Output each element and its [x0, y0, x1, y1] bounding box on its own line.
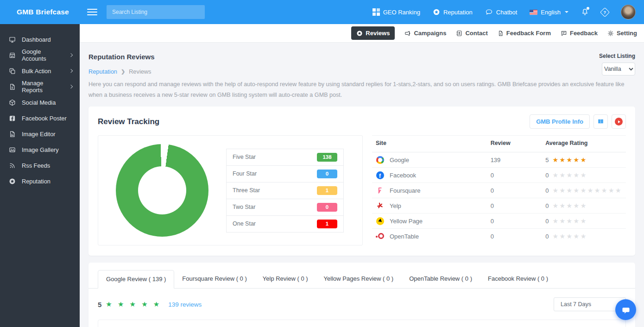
sidebar-item-facebook-poster[interactable]: Facebook Poster: [0, 110, 80, 126]
chevron-right-icon: ❯: [121, 69, 125, 75]
nav-chatbot[interactable]: Chatbot: [485, 8, 518, 16]
reviews-card: Google Review ( 139 ) Foursquare Review …: [88, 263, 635, 327]
overall-stars: ★ ★ ★ ★ ★: [106, 300, 161, 308]
tab-yellow-pages-review[interactable]: Yellow Pages Review ( 0 ): [316, 270, 402, 288]
table-row-yellow-page: Yellow Page 0 0★★★★★: [372, 214, 626, 229]
chevron-right-icon: [69, 53, 73, 57]
tab-feedback[interactable]: Feedback: [561, 30, 598, 37]
contact-book-icon: [456, 30, 462, 37]
legend-row-three-star: Three Star 1: [226, 182, 344, 199]
opentable-icon: [376, 232, 384, 240]
user-avatar[interactable]: [621, 5, 636, 19]
overall-rating: 5: [98, 301, 101, 308]
tab-feedback-form[interactable]: Feedback Form: [498, 30, 551, 37]
table-row-yelp: Yelp 0 0★★★★★: [372, 198, 626, 214]
star-rating: ★★★★★: [552, 171, 587, 179]
sidebar-item-google-accounts[interactable]: Google Accounts: [0, 47, 80, 63]
select-listing-label: Select Listing: [599, 53, 635, 59]
count-badge: 1: [317, 186, 337, 195]
table-row-foursquare: Foursquare 0 0★★★★★★★★★★: [372, 183, 626, 198]
nav-geo-ranking[interactable]: GEO Ranking: [373, 8, 420, 16]
tab-facebook-review[interactable]: Facebook Review ( 0 ): [480, 270, 556, 288]
count-badge: 1: [317, 220, 337, 228]
sidebar-item-bulk-action[interactable]: Bulk Action: [0, 63, 80, 79]
legend-row-four-star: Four Star 0: [226, 165, 344, 182]
document-icon: [498, 30, 504, 37]
tab-campaigns[interactable]: Campaigns: [404, 30, 446, 37]
star-rating: ★★★★★: [552, 217, 587, 225]
table-row-opentable: OpenTable 0 0★★★★★: [372, 229, 626, 244]
us-flag-icon: [530, 10, 537, 15]
hamburger-menu-icon[interactable]: [87, 7, 97, 17]
notifications-bell-icon[interactable]: [581, 8, 589, 16]
play-icon: [615, 118, 623, 126]
review-source-tabs: Google Review ( 139 ) Foursquare Review …: [88, 263, 635, 289]
gmb-profile-info-button[interactable]: GMB Profile Info: [530, 114, 590, 129]
breadcrumb-reputation[interactable]: Reputation: [88, 68, 117, 75]
count-badge: 0: [317, 203, 337, 212]
brand-logo[interactable]: GMB Briefcase: [0, 8, 80, 16]
breadcrumb: Reputation ❯ Reviews: [88, 68, 155, 75]
col-site: Site: [372, 136, 487, 152]
legend-row-one-star: One Star 1: [226, 215, 344, 233]
video-help-button[interactable]: [612, 114, 626, 129]
chevron-right-icon: [69, 69, 73, 73]
chevron-down-icon: [565, 11, 568, 13]
comment-icon: [561, 30, 567, 37]
chat-bubble-icon: [485, 8, 493, 16]
tab-foursquare-review[interactable]: Foursquare Review ( 0 ): [174, 270, 254, 288]
gear-icon: [607, 30, 614, 37]
col-review: Review: [487, 136, 542, 152]
tab-opentable-review[interactable]: OpenTable Review ( 0 ): [401, 270, 480, 288]
sidebar-item-social-media[interactable]: Social Media: [0, 94, 80, 110]
legend-row-two-star: Two Star 0: [226, 199, 344, 216]
star-rating: ★★★★★: [552, 202, 587, 209]
sidebar-item-manage-reports[interactable]: Manage Reports: [0, 79, 80, 94]
rss-icon: [9, 162, 16, 169]
chat-bubble-icon: [621, 305, 631, 315]
docs-book-button[interactable]: [593, 114, 608, 129]
foursquare-icon: [376, 186, 384, 195]
storefront-icon: [9, 52, 16, 59]
count-badge: 0: [317, 170, 337, 178]
review-tracking-card: Review Tracking GMB Profile Info: [88, 107, 635, 256]
search-input[interactable]: [107, 5, 205, 19]
tab-contact[interactable]: Contact: [456, 30, 487, 37]
col-average-rating: Average Rating: [542, 136, 626, 152]
sidebar-item-image-editor[interactable]: Image Editor: [0, 126, 80, 142]
site-review-table: Site Review Average Rating Google 139 5★…: [372, 135, 626, 245]
yellow-pages-icon: [376, 217, 384, 225]
sidebar: Dashboard Google Accounts Bulk Action Ma…: [0, 24, 80, 327]
chat-launcher-button[interactable]: [615, 299, 636, 320]
table-row-facebook: fFacebook 0 0★★★★★: [372, 168, 626, 183]
rating-donut-chart: [116, 144, 208, 237]
reviews-count-link[interactable]: 139 reviews: [168, 301, 202, 308]
sidebar-item-reputation[interactable]: Reputation: [0, 173, 80, 189]
sidebar-item-rss-feeds[interactable]: Rss Feeds: [0, 157, 80, 173]
help-diamond-icon[interactable]: ?: [600, 7, 610, 17]
star-rating: ★★★★★: [552, 156, 587, 164]
tab-yelp-review[interactable]: Yelp Review ( 0 ): [255, 270, 316, 288]
tab-setting[interactable]: Setting: [607, 30, 637, 37]
rating-donut-panel: Five Star 138 Four Star 0 Three Star 1: [98, 135, 363, 245]
legend-row-five-star: Five Star 138: [226, 149, 344, 166]
grid-icon: [373, 8, 380, 16]
tab-reviews[interactable]: Reviews: [351, 26, 395, 40]
chevron-right-icon: [69, 85, 73, 88]
language-selector[interactable]: English: [530, 9, 568, 16]
sidebar-item-dashboard[interactable]: Dashboard: [0, 31, 80, 47]
facebook-icon: [9, 115, 16, 122]
file-image-icon: [9, 131, 16, 138]
copy-icon: [9, 68, 16, 75]
pdf-file-icon: [9, 83, 16, 90]
tab-google-review[interactable]: Google Review ( 139 ): [98, 270, 174, 289]
sidebar-item-image-gallery[interactable]: Image Gallery: [0, 142, 80, 157]
listing-select[interactable]: Vanilla: [602, 63, 635, 75]
cube-icon: [9, 99, 16, 106]
nav-reputation[interactable]: Reputation: [433, 8, 473, 16]
count-badge: 138: [317, 153, 337, 162]
breadcrumb-reviews: Reviews: [129, 68, 151, 75]
megaphone-icon: [404, 30, 411, 37]
image-icon: [9, 146, 16, 153]
book-icon: [597, 118, 605, 125]
